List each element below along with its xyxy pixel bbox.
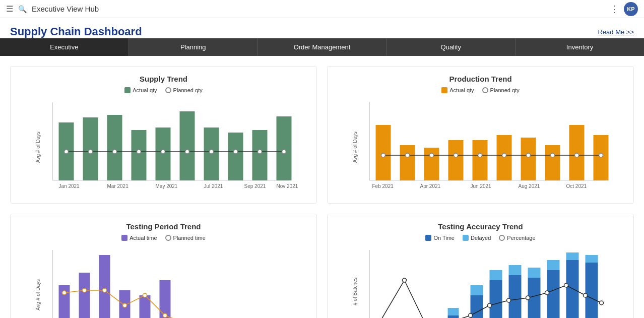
ta-y-axis-label: # of Batches — [352, 277, 358, 305]
supply-trend-svg: Avg # of Days — [16, 97, 311, 198]
dot-5 — [161, 150, 165, 154]
ta-bar-l-8 — [509, 265, 522, 275]
x-label-jan: Jan 2021 — [59, 183, 80, 189]
menu-icon[interactable]: ☰ — [6, 4, 13, 14]
prod-dot-6 — [502, 153, 506, 157]
ta-dot-8 — [526, 296, 530, 300]
bar-sep — [252, 130, 268, 180]
tp-y-axis-label: Avg # of Days — [35, 279, 41, 310]
prod-bar-6 — [497, 135, 512, 180]
charts-grid: Supply Trend Actual qty Planned qty Avg … — [10, 66, 634, 318]
prod-bar-3 — [424, 148, 439, 180]
production-trend-svg: Avg # of Days — [333, 97, 628, 198]
legend-swatch-orange — [441, 87, 447, 93]
tp-bar-2 — [79, 273, 90, 318]
tab-planning[interactable]: Planning — [129, 38, 258, 56]
ta-bar-l-9 — [528, 268, 541, 278]
prod-dot-10 — [599, 153, 603, 157]
ta-bar-d-8 — [509, 275, 522, 318]
dot-7 — [210, 150, 214, 154]
legend-swatch-blue-light — [463, 235, 469, 241]
legend-prod-planned: Planned qty — [482, 87, 520, 93]
dot-3 — [113, 150, 117, 154]
legend-label-ta-pct: Percentage — [507, 235, 535, 241]
legend-ta-delayed: Delayed — [463, 235, 491, 241]
ta-dot-7 — [507, 298, 511, 302]
production-trend-title: Production Trend — [333, 75, 628, 83]
legend-tp-actual: Actual time — [121, 235, 157, 241]
tp-bar-1 — [59, 285, 70, 318]
more-options-icon[interactable]: ⋮ — [610, 4, 619, 15]
legend-swatch-green — [124, 87, 131, 93]
dot-2 — [89, 150, 93, 154]
ta-dot-5 — [469, 313, 473, 317]
prod-bar-7 — [521, 138, 536, 180]
legend-swatch-blue-dark — [425, 235, 431, 241]
legend-circle-tp-planned — [165, 235, 171, 241]
ta-bar-d-12 — [586, 263, 598, 318]
testing-period-title: Testing Period Trend — [16, 222, 311, 231]
ta-dot-11 — [584, 293, 588, 297]
ta-bar-l-10 — [547, 260, 560, 270]
ta-bar-d-5 — [448, 315, 459, 318]
supply-trend-title: Supply Trend — [16, 75, 311, 83]
ta-bar-l-5 — [448, 308, 459, 315]
bar-oct — [277, 116, 292, 180]
legend-label-tp-actual: Actual time — [130, 235, 157, 241]
tab-quality[interactable]: Quality — [387, 38, 516, 56]
bar-jun — [180, 111, 195, 180]
bar-aug — [228, 133, 243, 180]
prod-dot-2 — [406, 153, 410, 157]
x-label-sep: Sep 2021 — [244, 183, 266, 189]
dot-9 — [258, 150, 262, 154]
prod-bar-1 — [376, 125, 391, 180]
tab-executive[interactable]: Executive — [0, 38, 129, 56]
production-trend-legend: Actual qty Planned qty — [333, 87, 628, 93]
tp-bar-6 — [160, 280, 171, 318]
tp-dot-5 — [143, 293, 147, 297]
tab-inventory[interactable]: Inventory — [516, 38, 644, 56]
search-icon[interactable]: 🔍 — [18, 5, 27, 13]
dot-8 — [234, 150, 238, 154]
legend-label-actual: Actual qty — [133, 87, 157, 93]
tp-trend-line — [65, 290, 286, 318]
ta-bar-l-6 — [471, 285, 483, 295]
ta-dot-10 — [564, 283, 568, 287]
legend-circle-prod-planned — [482, 87, 488, 93]
ta-dot-2 — [403, 278, 407, 282]
nav-tabs: Executive Planning Order Management Qual… — [0, 38, 644, 56]
ta-bar-l-11 — [566, 252, 579, 260]
tp-bar-3 — [99, 255, 110, 318]
legend-label-ta-delayed: Delayed — [471, 235, 491, 241]
legend-label-planned: Planned qty — [173, 87, 203, 93]
x-label-mar: Mar 2021 — [107, 183, 129, 189]
tp-dot-3 — [103, 288, 107, 292]
prod-dot-1 — [381, 153, 385, 157]
legend-prod-actual: Actual qty — [441, 87, 474, 93]
prod-x-label-feb: Feb 2021 — [372, 183, 394, 189]
prod-dot-9 — [575, 153, 579, 157]
prod-x-label-oct: Oct 2021 — [566, 183, 587, 189]
tp-dot-1 — [62, 291, 67, 295]
ta-bar-l-12 — [586, 255, 598, 263]
legend-ta-ontime: On Time — [425, 235, 455, 241]
prod-x-label-aug: Aug 2021 — [519, 183, 540, 189]
legend-actual-qty: Actual qty — [124, 87, 157, 93]
testing-accuracy-title: Testing Accuracy Trend — [333, 222, 628, 231]
topbar-right: ⋮ KP — [610, 2, 638, 16]
tab-order-management[interactable]: Order Management — [258, 38, 387, 56]
prod-dot-5 — [478, 153, 482, 157]
ta-bar-l-7 — [490, 270, 502, 280]
legend-swatch-purple — [121, 235, 127, 241]
read-me-link[interactable]: Read Me >> — [598, 28, 634, 36]
legend-label-tp-planned: Planned time — [173, 235, 206, 241]
bar-apr — [132, 130, 147, 180]
tp-dot-2 — [83, 288, 87, 292]
dot-4 — [137, 150, 141, 154]
testing-period-legend: Actual time Planned time — [16, 235, 311, 241]
ta-bar-d-7 — [490, 280, 502, 318]
prod-bar-9 — [569, 125, 585, 180]
production-trend-chart: Production Trend Actual qty Planned qty … — [327, 66, 634, 204]
page-header: Supply Chain Dashboard Read Me >> — [0, 18, 644, 38]
prod-bar-10 — [594, 135, 609, 180]
